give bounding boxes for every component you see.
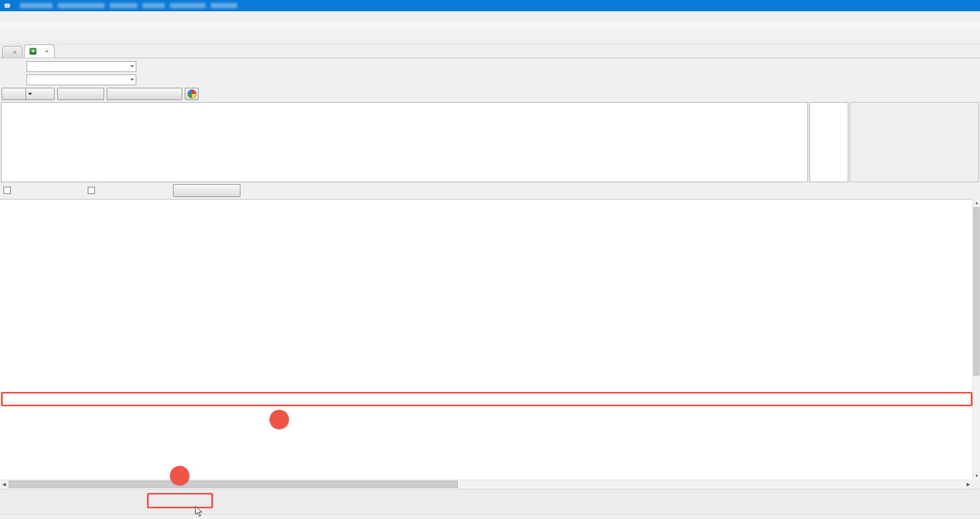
vertical-scroll-thumb[interactable]: [973, 207, 979, 376]
exam-schedule-icon: ✚: [30, 48, 36, 55]
annotation-step-2: [170, 466, 189, 485]
calendar-strip: [0, 102, 980, 182]
pesquisar-dropdown[interactable]: [26, 88, 34, 100]
status-bar: [0, 514, 980, 519]
chevron-down-icon: [28, 93, 32, 97]
scheduling-form: [0, 58, 980, 102]
tab-agendamento-de-exames[interactable]: ✚ ✕: [24, 44, 54, 58]
filters-row: [0, 182, 980, 199]
close-button[interactable]: [957, 0, 980, 11]
annotation-step-1: [270, 410, 289, 429]
menu-bar: [0, 11, 980, 22]
scroll-up-icon[interactable]: ▲: [973, 199, 980, 207]
maximize-button[interactable]: [934, 0, 957, 11]
calendar-panel: [1, 102, 808, 182]
scroll-right-icon[interactable]: ▶: [964, 481, 972, 488]
agenda-select[interactable]: [27, 75, 136, 85]
mouse-cursor: [195, 506, 204, 518]
grid-header: [0, 200, 972, 211]
tab-bar: ✕ ✚ ✕: [0, 45, 980, 58]
mostrar-todos-checkbox[interactable]: [4, 187, 11, 194]
legend-box: [810, 102, 848, 182]
color-legend-button[interactable]: [185, 88, 199, 100]
chevron-down-icon: [130, 79, 134, 83]
title-bar: ☎: [0, 0, 980, 11]
minimize-button[interactable]: [911, 0, 934, 11]
horizontal-scroll-thumb[interactable]: [9, 481, 458, 488]
redacted-title-info: [20, 3, 237, 8]
scroll-down-icon[interactable]: ▼: [973, 472, 980, 480]
outras-unidades-checkbox[interactable]: [88, 187, 95, 194]
unidade-select[interactable]: [27, 61, 136, 72]
tab-bem-vindo[interactable]: ✕: [2, 46, 22, 58]
scroll-left-icon[interactable]: ◀: [0, 481, 8, 488]
imprimir-button[interactable]: [57, 88, 104, 100]
pie-chart-icon: [187, 89, 197, 98]
action-button-bar: [0, 489, 980, 514]
tab-close-icon[interactable]: ✕: [13, 50, 17, 55]
vertical-scrollbar[interactable]: ▲ ▼: [972, 199, 980, 480]
pesquisar-button[interactable]: [2, 88, 55, 100]
extra-options-panel: [850, 102, 979, 182]
app-icon: ☎: [4, 2, 11, 9]
toolbar: [0, 22, 980, 45]
schedule-grid: [0, 199, 972, 480]
observacao-do-dia-button[interactable]: [173, 184, 240, 197]
bloquer-desbloquear-button[interactable]: [107, 88, 182, 100]
tab-close-icon[interactable]: ✕: [44, 48, 48, 54]
horizontal-scrollbar[interactable]: ◀ ▶: [0, 480, 972, 488]
chevron-down-icon: [130, 65, 134, 69]
